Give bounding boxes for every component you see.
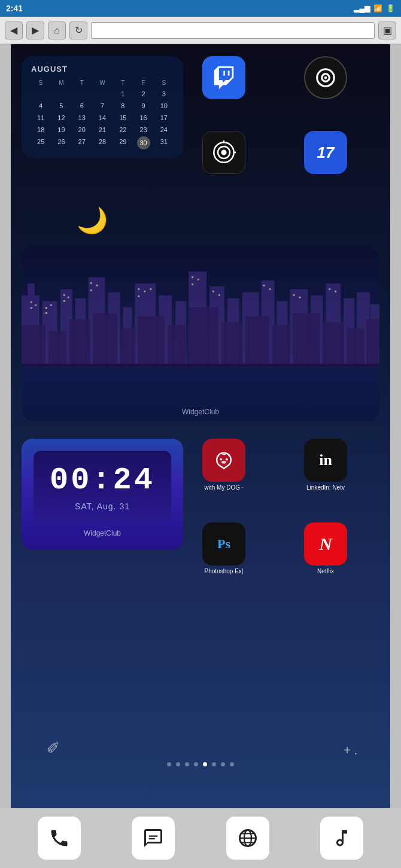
plus-icon[interactable]: + .: [344, 744, 357, 757]
cal-day-24: 24: [154, 124, 174, 135]
cal-day-11: 11: [31, 112, 50, 123]
svg-rect-55: [293, 294, 294, 296]
page-dot-3: [185, 762, 189, 766]
calendar-widget: AUGUST S M T W T F S 1 2 3 4 5 6 7 8 9 1…: [22, 56, 183, 158]
dock-browser-icon[interactable]: [226, 817, 269, 860]
svg-rect-73: [366, 319, 379, 367]
page-dot-6: [212, 762, 216, 766]
svg-rect-32: [31, 301, 32, 303]
status-bar: 2:41 ▂▄▆ 📶 🔋: [0, 0, 401, 17]
page-dot-5-active: [203, 762, 207, 766]
page-dot-4: [194, 762, 198, 766]
cal-day-15: 15: [113, 112, 132, 123]
dock: [0, 808, 401, 868]
cal-day-3: 3: [154, 88, 174, 99]
photoshop-app-icon[interactable]: Ps Photoshop Ex|: [202, 522, 245, 574]
back-button[interactable]: ◀: [5, 22, 23, 39]
cal-day-21: 21: [93, 124, 112, 135]
cal-day-empty1: [31, 88, 50, 99]
svg-rect-74: [22, 364, 379, 367]
cal-day-18: 18: [31, 124, 50, 135]
svg-point-77: [221, 461, 226, 464]
netflix-icon-img: N: [304, 522, 347, 566]
clock-widget: 00:24 SAT, Aug. 31 WidgetClub: [22, 439, 183, 549]
cal-day-12: 12: [51, 112, 71, 123]
svg-point-76: [226, 459, 228, 461]
cal-day-10: 10: [154, 100, 174, 111]
moon-icon: 🌙: [77, 206, 108, 235]
svg-rect-79: [149, 838, 156, 839]
calendar-grid: S M T W T F S 1 2 3 4 5 6 7 8 9 10 11 12: [31, 78, 174, 149]
svg-rect-41: [90, 282, 92, 284]
signal-icon: ▂▄▆: [354, 4, 370, 13]
svg-rect-33: [35, 304, 37, 306]
svg-rect-38: [63, 294, 65, 296]
cal-day-26: 26: [51, 136, 71, 149]
cal-day-9: 9: [133, 100, 153, 111]
17track-app-icon[interactable]: 17: [304, 131, 347, 176]
target-app-icon[interactable]: [202, 131, 245, 176]
cal-day-4: 4: [31, 100, 50, 111]
svg-rect-67: [221, 322, 242, 367]
tabs-button[interactable]: ▣: [378, 22, 396, 39]
dog-app-icon[interactable]: with My DOG ·: [202, 439, 245, 491]
svg-rect-43: [90, 289, 92, 291]
qobuz-app-icon[interactable]: [304, 56, 347, 102]
netflix-app-icon[interactable]: N Netflix: [304, 522, 347, 574]
svg-rect-70: [293, 313, 320, 367]
linkedin-app-icon[interactable]: in LinkedIn: Netv: [304, 439, 347, 491]
cal-day-20: 20: [72, 124, 92, 135]
svg-rect-59: [22, 325, 45, 367]
qobuz-icon-img: [304, 56, 347, 99]
svg-rect-69: [272, 325, 290, 367]
cal-day-19: 19: [51, 124, 71, 135]
battery-icon: 🔋: [386, 4, 395, 13]
cal-day-23: 23: [133, 124, 153, 135]
dock-phone-icon[interactable]: [38, 817, 81, 860]
dock-message-icon[interactable]: [132, 817, 175, 860]
svg-rect-62: [93, 313, 117, 367]
target-icon-img: [202, 131, 245, 174]
address-bar[interactable]: [91, 22, 375, 39]
forward-button[interactable]: ▶: [26, 22, 44, 39]
netflix-label: Netflix: [317, 568, 334, 574]
page-dot-8: [230, 762, 234, 766]
linkedin-icon-img: in: [304, 439, 347, 482]
cal-day-13: 13: [72, 112, 92, 123]
cal-day-31: 31: [154, 136, 174, 149]
city-svg: [22, 247, 379, 367]
svg-rect-68: [245, 316, 269, 367]
cal-day-2: 2: [133, 88, 153, 99]
refresh-button[interactable]: ↻: [69, 22, 87, 39]
svg-rect-78: [149, 836, 158, 837]
clock-inner: 00:24 SAT, Aug. 31: [34, 451, 171, 523]
svg-rect-49: [198, 279, 199, 280]
phone-screen: AUGUST S M T W T F S 1 2 3 4 5 6 7 8 9 1…: [11, 44, 390, 808]
page-dots: [11, 762, 390, 766]
cal-header-m: M: [51, 78, 71, 87]
svg-rect-52: [218, 294, 220, 296]
page-dot-7: [221, 762, 225, 766]
twitch-app-icon[interactable]: [202, 56, 245, 102]
clock-widgetclub-label: WidgetClub: [84, 529, 121, 537]
home-button[interactable]: ⌂: [48, 22, 66, 39]
cityscape-widgetclub-label: WidgetClub: [22, 408, 379, 416]
svg-rect-37: [45, 312, 47, 314]
dock-music-icon[interactable]: [320, 817, 363, 860]
svg-rect-61: [69, 319, 90, 367]
cal-day-7: 7: [93, 100, 112, 111]
cal-day-8: 8: [113, 100, 132, 111]
svg-rect-71: [323, 322, 344, 367]
cal-day-27: 27: [72, 136, 92, 149]
photoshop-label: Photoshop Ex|: [205, 568, 244, 574]
cal-header-f: F: [133, 78, 153, 87]
svg-rect-66: [189, 307, 218, 367]
svg-rect-53: [263, 285, 265, 286]
cityscape-widget: WidgetClub: [22, 247, 379, 421]
svg-rect-60: [48, 331, 66, 367]
cal-header-s: S: [31, 78, 50, 87]
svg-point-2: [324, 77, 327, 80]
svg-rect-35: [45, 307, 47, 309]
clock-date-display: SAT, Aug. 31: [75, 502, 130, 511]
svg-rect-34: [31, 307, 32, 309]
